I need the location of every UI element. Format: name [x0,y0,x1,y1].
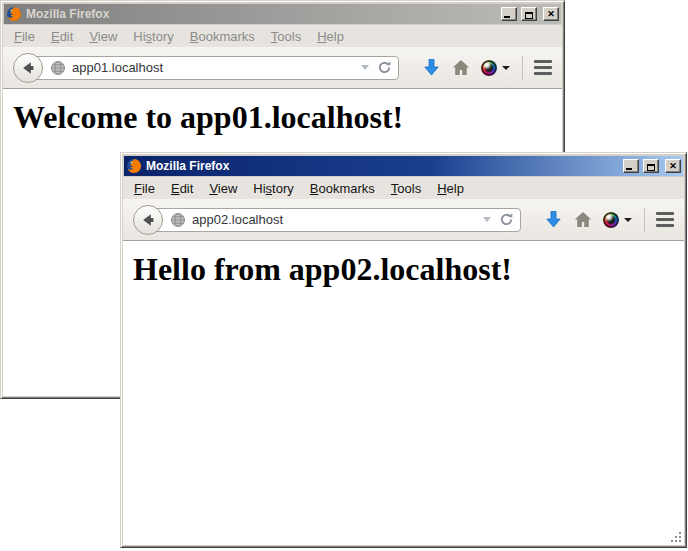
firefox-logo-icon [126,158,142,174]
url-text[interactable]: app01.localhost [72,60,361,75]
firefox-logo-icon [6,6,22,22]
window-title: Mozilla Firefox [26,7,497,21]
home-button[interactable] [452,59,470,76]
maximize-button[interactable] [643,159,659,173]
page-content: Hello from app02.localhost! [123,241,684,545]
menu-bar: FileEditViewHistoryBookmarksToolsHelp [123,177,684,199]
menu-item-edit[interactable]: Edit [163,178,201,199]
site-identity-globe-icon[interactable] [50,60,66,76]
menu-item-edit[interactable]: Edit [43,26,81,47]
titlebar[interactable]: Mozilla Firefox ✕ [124,156,683,176]
url-bar[interactable]: app02.localhost [147,208,521,232]
close-button[interactable]: ✕ [665,159,681,173]
chevron-down-icon [502,66,510,70]
urlbar-dropdown-icon[interactable] [483,217,491,222]
maximize-icon [525,12,533,19]
menu-item-tools[interactable]: Tools [263,26,309,47]
download-arrow-icon [422,58,441,77]
chevron-down-icon [624,218,632,222]
download-arrow-icon [544,210,563,229]
maximize-button[interactable] [521,7,537,21]
menu-item-view[interactable]: View [81,26,125,47]
menu-item-bookmarks[interactable]: Bookmarks [182,26,263,47]
menu-item-view[interactable]: View [201,178,245,199]
close-icon: ✕ [547,9,555,20]
toolbar-buttons [533,208,674,232]
resize-grip[interactable] [669,530,682,543]
menu-item-help[interactable]: Help [309,26,352,47]
home-button[interactable] [574,211,592,228]
maximize-icon [647,164,655,171]
url-text[interactable]: app02.localhost [192,212,483,227]
back-button[interactable] [13,53,43,83]
addon-aperture-button[interactable] [481,60,510,76]
back-arrow-icon [140,212,156,228]
toolbar-buttons [411,56,552,80]
navigation-toolbar: app01.localhost [3,47,562,89]
menu-item-history[interactable]: History [245,178,301,199]
menu-item-help[interactable]: Help [429,178,472,199]
menu-item-history[interactable]: History [125,26,181,47]
minimize-icon [626,168,632,170]
close-icon: ✕ [669,161,677,172]
toolbar-separator [522,56,523,80]
open-menu-button[interactable] [534,60,552,75]
menu-item-file[interactable]: File [6,26,43,47]
reload-button[interactable] [499,212,514,227]
browser-window-app02: Mozilla Firefox ✕ FileEditViewHistoryBoo… [120,152,687,548]
menu-item-tools[interactable]: Tools [383,178,429,199]
menu-item-bookmarks[interactable]: Bookmarks [302,178,383,199]
urlbar-dropdown-icon[interactable] [361,65,369,70]
page-heading: Hello from app02.localhost! [133,251,684,288]
download-button[interactable] [422,58,441,77]
color-aperture-icon [481,60,497,76]
minimize-button[interactable] [623,159,639,173]
open-menu-button[interactable] [656,212,674,227]
home-icon [574,211,592,228]
minimize-icon [504,16,510,18]
window-title: Mozilla Firefox [146,159,619,173]
site-identity-globe-icon[interactable] [170,212,186,228]
titlebar[interactable]: Mozilla Firefox ✕ [4,4,561,24]
color-aperture-icon [603,212,619,228]
menu-bar: FileEditViewHistoryBookmarksToolsHelp [3,25,562,47]
menu-item-file[interactable]: File [126,178,163,199]
download-button[interactable] [544,210,563,229]
navigation-toolbar: app02.localhost [123,199,684,241]
back-button[interactable] [133,205,163,235]
addon-aperture-button[interactable] [603,212,632,228]
reload-button[interactable] [377,60,392,75]
home-icon [452,59,470,76]
toolbar-separator [644,208,645,232]
url-bar[interactable]: app01.localhost [27,56,399,80]
close-button[interactable]: ✕ [543,7,559,21]
minimize-button[interactable] [501,7,517,21]
page-heading: Welcome to app01.localhost! [13,99,562,136]
back-arrow-icon [20,60,36,76]
